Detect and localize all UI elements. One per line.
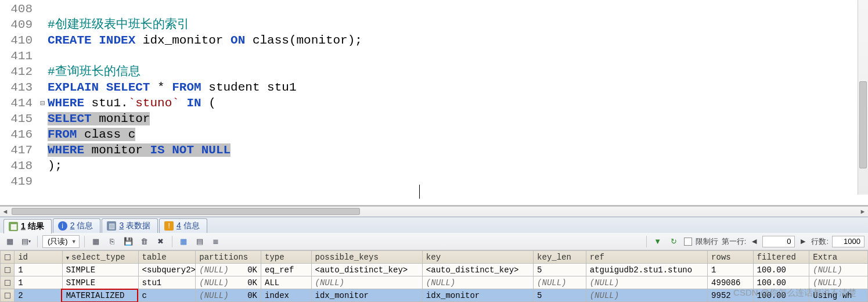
code-area[interactable]: #创建班级表中班长的索引CREATE INDEX idx_monitor ON …	[48, 0, 868, 205]
view-text-icon[interactable]: ≣	[210, 235, 222, 248]
duplicate-row-icon[interactable]: ⎘	[106, 235, 118, 248]
cell-partitions[interactable]: (NULL)0K	[196, 264, 261, 276]
corner-cell[interactable]	[1, 251, 15, 264]
cell-id[interactable]: 1	[15, 276, 63, 289]
cell-ref[interactable]: (NULL)	[586, 289, 707, 302]
row-marker[interactable]	[1, 289, 15, 302]
cell-possible_keys[interactable]: idx_monitor	[311, 289, 422, 302]
cell-key_len[interactable]: 5	[534, 264, 586, 276]
table-row[interactable]: 1SIMPLEstu1(NULL)0KALL(NULL)(NULL)(NULL)…	[1, 276, 868, 289]
cell-filtered[interactable]: 100.00	[753, 289, 809, 302]
cell-table[interactable]: c	[138, 289, 196, 302]
cell-key[interactable]: (NULL)	[422, 276, 533, 289]
cell-key_len[interactable]: 5	[534, 289, 586, 302]
delete-icon[interactable]: 🗑	[138, 235, 151, 248]
refresh-icon[interactable]: ↻	[668, 235, 680, 248]
cell-rows[interactable]: 499086	[708, 276, 754, 289]
cancel-icon[interactable]: ✖	[154, 235, 167, 248]
cell-Extra[interactable]: (NULL)	[809, 264, 868, 276]
view-grid-icon[interactable]: ▦	[177, 235, 190, 248]
first-row-label: 第一行:	[722, 236, 747, 247]
icn-tbl: ▥	[107, 221, 116, 231]
cell-type[interactable]: index	[261, 289, 311, 302]
row-marker[interactable]	[1, 276, 15, 289]
icn-grid: ▦	[9, 222, 18, 231]
results-toolbar: ▦ ▤▾ (只读) ▼ ▦ ⎘ 💾 🗑 ✖ ▦ ▤ ≣ ▼ ↻ 限制行 第一行:	[0, 233, 868, 250]
row-marker[interactable]	[1, 264, 15, 276]
results-tabbar: ▦1 结果i2 信息▥3 表数据!4 信息	[0, 217, 868, 233]
col-key_len[interactable]: key_len	[534, 251, 586, 264]
cell-key_len[interactable]: (NULL)	[534, 276, 586, 289]
cell-filtered[interactable]: 100.00	[753, 276, 809, 289]
cell-possible_keys[interactable]: <auto_distinct_key>	[311, 264, 422, 276]
limit-rows-label: 限制行	[696, 236, 718, 247]
cell-type[interactable]: ALL	[261, 276, 311, 289]
cell-table[interactable]: stu1	[138, 276, 196, 289]
tab-label: 1 结果	[21, 221, 44, 232]
cell-partitions[interactable]: (NULL)0K	[196, 289, 261, 302]
tab-3[interactable]: ▥3 表数据	[102, 218, 158, 233]
col-table[interactable]: table	[138, 251, 196, 264]
cell-partitions[interactable]: (NULL)0K	[196, 276, 261, 289]
icn-info: i	[58, 221, 67, 231]
limit-rows-checkbox[interactable]	[684, 238, 692, 246]
cell-Extra[interactable]: Using wh	[809, 289, 868, 302]
col-partitions[interactable]: partitions	[196, 251, 261, 264]
fold-column[interactable]: ⊟	[37, 0, 48, 205]
nav-last-icon[interactable]: ▶	[798, 238, 808, 245]
cell-type[interactable]: eq_ref	[261, 264, 311, 276]
cell-select_type[interactable]: MATERIALIZED	[62, 289, 138, 302]
scroll-right-icon[interactable]: ►	[859, 208, 867, 215]
col-ref[interactable]: ref	[586, 251, 707, 264]
add-row-icon[interactable]: ▦	[89, 235, 102, 248]
col-filtered[interactable]: filtered	[753, 251, 809, 264]
cell-rows[interactable]: 1	[708, 264, 754, 276]
horizontal-scrollbar[interactable]: ◄ ►	[0, 206, 868, 217]
cell-filtered[interactable]: 100.00	[753, 264, 809, 276]
col-type[interactable]: type	[261, 251, 311, 264]
cell-rows[interactable]: 9952	[708, 289, 754, 302]
col-possible_keys[interactable]: possible_keys	[311, 251, 422, 264]
vertical-scrollbar[interactable]	[858, 0, 868, 195]
col-rows[interactable]: rows	[708, 251, 754, 264]
cell-id[interactable]: 2	[15, 289, 63, 302]
v-scroll-thumb[interactable]	[859, 81, 867, 168]
line-gutter: 408409410411412413414415416417418419	[0, 0, 37, 205]
tab-label: 2 信息	[70, 221, 93, 231]
edit-mode-combo[interactable]: (只读) ▼	[42, 235, 80, 248]
cell-id[interactable]: 1	[15, 264, 63, 276]
h-scroll-thumb[interactable]	[12, 208, 360, 215]
tab-4[interactable]: !4 信息	[159, 218, 207, 233]
cell-Extra[interactable]: (NULL)	[809, 276, 868, 289]
col-id[interactable]: id	[15, 251, 63, 264]
table-row[interactable]: 1SIMPLE<subquery2>(NULL)0Keq_ref<auto_di…	[1, 264, 868, 276]
cell-select_type[interactable]: SIMPLE	[62, 276, 138, 289]
filter-icon[interactable]: ▼	[651, 235, 664, 248]
grid-export-icon[interactable]: ▦	[3, 235, 16, 248]
results-grid[interactable]: idselect_typetablepartitionstypepossible…	[0, 250, 868, 302]
text-caret	[419, 185, 420, 199]
edit-mode-label: (只读)	[48, 236, 68, 247]
rows-count-input[interactable]	[832, 236, 865, 247]
cell-table[interactable]: <subquery2>	[138, 264, 196, 276]
table-row[interactable]: 2MATERIALIZEDc(NULL)0Kindexidx_monitorid…	[1, 289, 868, 302]
chevron-down-icon: ▼	[71, 239, 77, 245]
col-select_type[interactable]: select_type	[62, 251, 138, 264]
grid-options-icon[interactable]: ▤▾	[20, 235, 33, 248]
view-form-icon[interactable]: ▤	[193, 235, 206, 248]
cell-key[interactable]: idx_monitor	[422, 289, 533, 302]
nav-first-icon[interactable]: ◀	[750, 238, 759, 245]
cell-ref[interactable]: atguigudb2.stu1.stuno	[586, 264, 707, 276]
cell-possible_keys[interactable]: (NULL)	[311, 276, 422, 289]
save-icon[interactable]: 💾	[122, 235, 135, 248]
tab-2[interactable]: i2 信息	[53, 218, 101, 233]
cell-key[interactable]: <auto_distinct_key>	[422, 264, 533, 276]
col-Extra[interactable]: Extra	[809, 251, 868, 264]
scroll-left-icon[interactable]: ◄	[1, 208, 9, 215]
tab-1[interactable]: ▦1 结果	[3, 219, 52, 233]
code-editor[interactable]: 408409410411412413414415416417418419 ⊟ #…	[0, 0, 868, 206]
cell-select_type[interactable]: SIMPLE	[62, 264, 138, 276]
cell-ref[interactable]: (NULL)	[586, 276, 707, 289]
first-row-input[interactable]	[762, 236, 795, 247]
col-key[interactable]: key	[422, 251, 533, 264]
